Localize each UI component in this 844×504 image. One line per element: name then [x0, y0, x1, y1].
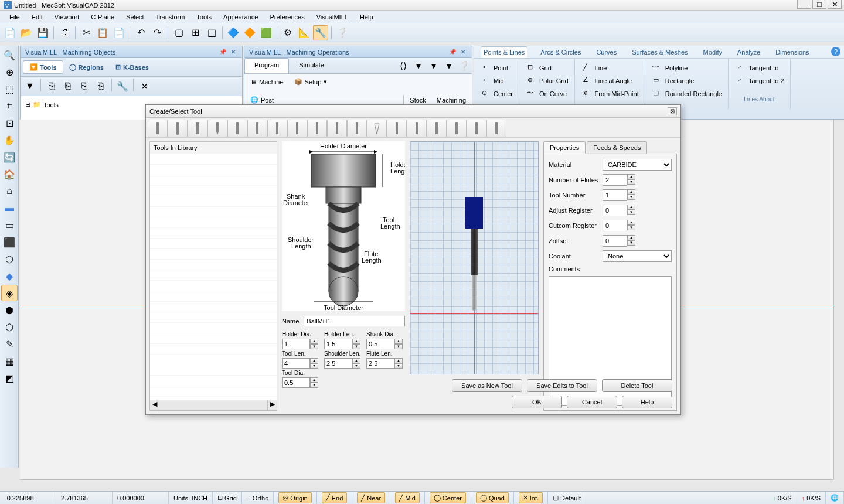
polar-icon[interactable]: ⊛ — [525, 75, 535, 84]
mo-tb5-icon[interactable]: ⎘ — [93, 79, 108, 94]
ok-button[interactable]: OK — [512, 396, 562, 408]
spin-down[interactable]: ▼ — [627, 179, 635, 185]
setup-button[interactable]: 📦 Setup ▾ — [291, 76, 331, 87]
view4-icon[interactable]: ⊞ — [188, 25, 203, 40]
misc1-icon[interactable]: ⚙ — [280, 25, 295, 40]
mops-help-icon[interactable]: ❔ — [457, 58, 472, 73]
flute-len-input[interactable] — [366, 358, 394, 369]
render2-icon[interactable]: 🔶 — [242, 25, 257, 40]
mops-opt2-icon[interactable]: ▾ — [426, 58, 441, 73]
spin-up[interactable]: ▲ — [310, 358, 318, 363]
roundrect-button[interactable]: Rounded Rectangle — [665, 88, 722, 100]
cutcom-input[interactable] — [603, 220, 627, 231]
oncurve-button[interactable]: On Curve — [539, 88, 569, 100]
menu-select[interactable]: Select — [120, 12, 150, 22]
tooltype-12-icon[interactable] — [367, 120, 387, 137]
polyline-button[interactable]: Polyline — [665, 62, 722, 74]
tooltype-4-icon[interactable] — [207, 120, 227, 137]
tangent-icon[interactable]: ⟋ — [734, 62, 744, 71]
tab-kbases[interactable]: ⊞K-Bases — [110, 60, 155, 74]
scrollbar-vertical[interactable] — [833, 120, 844, 479]
tangent2-icon[interactable]: ⟋ — [734, 75, 744, 84]
spin-up[interactable]: ▲ — [627, 189, 635, 195]
rtab-curves[interactable]: Curves — [594, 47, 619, 57]
menu-transform[interactable]: Transform — [150, 12, 191, 22]
spin-up[interactable]: ▲ — [310, 377, 318, 383]
zoom-extents-icon[interactable]: ⌗ — [1, 98, 18, 114]
polyline-icon[interactable]: 〰 — [651, 62, 661, 71]
grid-toggle[interactable]: ⊞ Grid — [213, 492, 242, 504]
tooltype-16-icon[interactable] — [447, 120, 467, 137]
hand-icon[interactable]: ✎ — [1, 336, 18, 352]
spin-down[interactable]: ▼ — [352, 363, 360, 369]
spin-up[interactable]: ▲ — [394, 358, 403, 363]
iso4-icon[interactable]: ⬢ — [1, 302, 18, 318]
snap-origin[interactable]: ◎ Origin — [278, 492, 311, 503]
rtab-analyze[interactable]: Analyze — [735, 47, 763, 57]
mops-pin-icon[interactable]: 📌 — [447, 49, 458, 55]
mo-tb1-icon[interactable]: ▼ — [22, 79, 38, 94]
lineangle-button[interactable]: Line at Angle — [595, 75, 639, 87]
undo-icon[interactable]: ↶ — [133, 25, 148, 40]
save-edits-button[interactable]: Save Edits to Tool — [527, 379, 597, 392]
spin-down[interactable]: ▼ — [627, 240, 635, 246]
rtab-dimensions[interactable]: Dimensions — [773, 47, 811, 57]
tooltype-9-icon[interactable] — [307, 120, 327, 137]
tool-len-input[interactable] — [282, 358, 310, 369]
spin-down[interactable]: ▼ — [310, 383, 318, 388]
mo-tb2-icon[interactable]: ⎘ — [44, 79, 59, 94]
lineangle-icon[interactable]: ∠ — [581, 75, 590, 84]
tool-name-input[interactable] — [304, 316, 405, 326]
ortho-toggle[interactable]: ⟂ Ortho — [242, 492, 274, 504]
tab-program[interactable]: Program — [244, 58, 289, 73]
spin-up[interactable]: ▲ — [627, 220, 635, 225]
polar-button[interactable]: Polar Grid — [539, 75, 569, 87]
toolnum-input[interactable] — [603, 189, 627, 201]
spin-down[interactable]: ▼ — [627, 210, 635, 215]
tooltype-11-icon[interactable] — [347, 120, 367, 137]
zoom-plus-icon[interactable]: ⊕ — [1, 64, 18, 80]
center-button[interactable]: Center — [494, 88, 513, 100]
minimize-button[interactable]: — — [797, 0, 811, 9]
print-icon[interactable]: 🖨 — [57, 25, 72, 40]
menu-help[interactable]: Help — [354, 12, 379, 22]
tab-feeds-speeds[interactable]: Feeds & Speeds — [587, 141, 647, 154]
menu-visualmill[interactable]: VisualMILL — [311, 12, 354, 22]
tooltype-5-icon[interactable] — [227, 120, 247, 137]
point-icon[interactable]: • — [479, 62, 489, 71]
tooltype-17-icon[interactable] — [467, 120, 486, 137]
line-button[interactable]: Line — [595, 62, 639, 74]
side-icon[interactable]: ⬛ — [1, 234, 18, 250]
zoom-in-icon[interactable]: 🔍 — [1, 47, 18, 63]
shank-dia-input[interactable] — [366, 339, 394, 349]
new-icon[interactable]: 📄 — [2, 25, 18, 40]
view1-icon[interactable]: ▢ — [171, 25, 186, 40]
library-hscroll[interactable]: ◀ ▶ — [150, 400, 277, 410]
roundrect-icon[interactable]: ▢ — [651, 88, 661, 97]
zoom-all-icon[interactable]: ⊡ — [1, 115, 18, 131]
spin-down[interactable]: ▼ — [394, 363, 403, 369]
back-icon[interactable]: ▭ — [1, 217, 18, 233]
tab-regions[interactable]: ◯Regions — [63, 60, 110, 74]
snap-near[interactable]: ╱ Near — [357, 492, 385, 503]
mops-opt1-icon[interactable]: ▾ — [411, 58, 426, 73]
spin-up[interactable]: ▲ — [352, 339, 360, 344]
tooltype-14-icon[interactable] — [407, 120, 427, 137]
snap-quad[interactable]: ◯ Quad — [476, 492, 509, 503]
mops-nav-icon[interactable]: ⟨⟩ — [396, 58, 411, 73]
tangent2-button[interactable]: Tangent to 2 — [748, 75, 784, 87]
cplane2-icon[interactable]: ◩ — [1, 370, 18, 386]
iso3-icon[interactable]: ◈ — [1, 285, 18, 301]
mo-tb7-icon[interactable]: ✕ — [137, 79, 152, 94]
zoffset-input[interactable] — [603, 235, 627, 247]
cplane1-icon[interactable]: ▦ — [1, 353, 18, 369]
material-select[interactable]: CARBIDE — [603, 159, 672, 171]
rtab-arcs[interactable]: Arcs & Circles — [538, 47, 583, 57]
snap-int[interactable]: ✕ Int. — [519, 492, 543, 503]
iso2-icon[interactable]: ◆ — [1, 268, 18, 284]
holder-dia-input[interactable] — [282, 339, 310, 349]
close-button[interactable]: ✕ — [828, 0, 842, 9]
iso1-icon[interactable]: ⬡ — [1, 251, 18, 267]
snap-end[interactable]: ╱ End — [322, 492, 348, 503]
shoulder-len-input[interactable] — [324, 358, 352, 369]
